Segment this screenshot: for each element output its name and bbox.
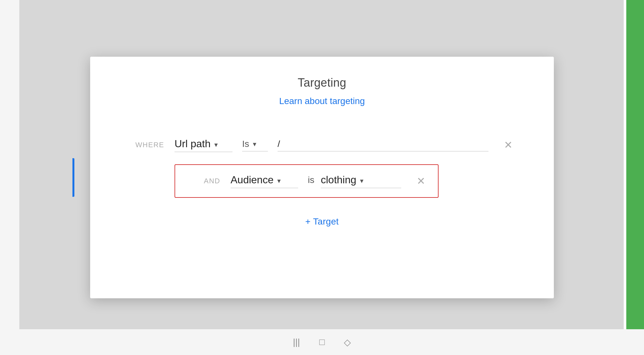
targeting-dialog: Targeting Learn about targeting WHERE Ur… — [90, 57, 554, 298]
url-path-dropdown[interactable]: Url path ▼ — [175, 138, 232, 152]
operator-chevron-icon: ▼ — [252, 141, 258, 148]
and-label: AND — [185, 177, 220, 185]
url-value-input[interactable] — [278, 139, 488, 151]
url-path-dropdown-label: Url path — [175, 138, 211, 150]
where-label: WHERE — [129, 141, 164, 149]
bottom-icon-bars: ||| — [293, 337, 300, 347]
add-target-button[interactable]: + Target — [300, 214, 344, 229]
where-remove-button[interactable]: ✕ — [501, 139, 515, 151]
and-condition-row: AND Audience ▼ is clothing ▼ ✕ — [185, 168, 428, 194]
url-path-chevron-icon: ▼ — [213, 142, 219, 149]
audience-value-dropdown[interactable]: clothing ▼ — [321, 174, 401, 188]
audience-operator-is-label: is — [308, 175, 314, 187]
bg-right-green — [625, 0, 644, 355]
and-condition-highlighted-wrapper: AND Audience ▼ is clothing ▼ ✕ — [175, 164, 439, 198]
learn-about-targeting-link[interactable]: Learn about targeting — [279, 96, 365, 106]
bg-white-strip — [624, 0, 626, 355]
backdrop: Targeting Learn about targeting WHERE Ur… — [0, 0, 644, 355]
dialog-title: Targeting — [298, 76, 346, 90]
bg-left — [0, 0, 19, 355]
bottom-icon-diamond: ◇ — [344, 337, 351, 348]
and-remove-button[interactable]: ✕ — [414, 175, 428, 187]
operator-is-dropdown[interactable]: Is ▼ — [242, 139, 268, 151]
bottom-bar: ||| □ ◇ — [0, 329, 644, 355]
audience-chevron-icon: ▼ — [276, 178, 282, 185]
audience-value-chevron-icon: ▼ — [359, 178, 365, 185]
bottom-icon-square: □ — [319, 337, 325, 347]
conditions-container: WHERE Url path ▼ Is ▼ ✕ A — [129, 129, 515, 198]
audience-dropdown-label: Audience — [231, 174, 273, 186]
where-condition-row: WHERE Url path ▼ Is ▼ ✕ — [129, 129, 515, 161]
operator-is-label: Is — [242, 139, 249, 149]
audience-dropdown[interactable]: Audience ▼ — [231, 174, 298, 188]
left-accent-bar — [72, 158, 74, 197]
audience-value-label: clothing — [321, 174, 356, 186]
